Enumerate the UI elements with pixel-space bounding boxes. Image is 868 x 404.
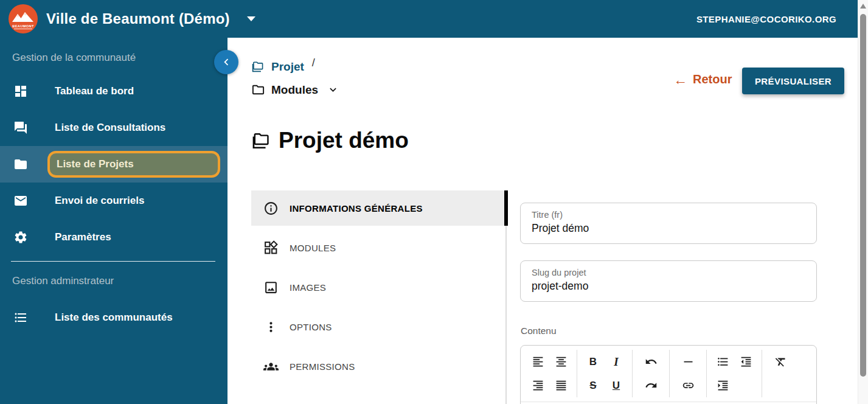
page-title-text: Projet démo (279, 128, 409, 153)
tab-label: OPTIONS (290, 322, 332, 332)
remove-format-icon[interactable] (770, 352, 791, 372)
image-icon (263, 280, 279, 295)
breadcrumb-modules-label: Modules (271, 83, 318, 97)
horizontal-rule-icon[interactable] (678, 352, 698, 372)
slug-field[interactable]: Slug du projet projet-demo (520, 260, 817, 302)
folder-icon (13, 157, 28, 172)
main-content: Projet / Modules ← Retour PRÉVISUALISER … (227, 38, 858, 404)
sidebar-item-envoi-de-courriels[interactable]: Envoi de courriels (0, 183, 227, 219)
tab-label: MODULES (290, 243, 336, 253)
tab-label: PERMISSIONS (290, 361, 355, 372)
beaumont-logo-icon: BEAUMONT (9, 4, 38, 33)
sidebar-item-liste-de-consultations[interactable]: Liste de Consultations (0, 110, 227, 146)
preview-button[interactable]: PRÉVISUALISER (742, 68, 844, 94)
title-fr-value: Projet démo (532, 222, 805, 235)
info-icon (263, 201, 279, 216)
strikethrough-icon[interactable]: S (583, 375, 603, 396)
chevron-down-icon (247, 16, 255, 21)
undo-icon[interactable] (641, 352, 661, 372)
outdent-icon[interactable] (735, 352, 756, 372)
dashboard-icon (13, 84, 28, 99)
sidebar-item-liste-des-communautes[interactable]: Liste des communautés (0, 299, 227, 336)
italic-icon[interactable]: I (606, 352, 627, 372)
logo-text: BEAUMONT (12, 24, 34, 28)
sidebar-section-admin: Gestion adminstrateur (12, 275, 227, 287)
tab-label: INFORMATIONS GÉNÉRALES (290, 203, 423, 214)
widgets-icon (263, 240, 279, 256)
indent-icon[interactable] (712, 375, 733, 396)
list-group (707, 350, 762, 397)
underline-icon[interactable]: U (606, 375, 627, 396)
slug-label: Slug du projet (532, 268, 805, 277)
gear-icon (13, 230, 28, 245)
user-email[interactable]: STEPHANIE@COCORIKO.ORG (696, 0, 836, 38)
clear-group (762, 350, 799, 397)
breadcrumb-separator: / (312, 57, 315, 69)
sidebar-item-parametres[interactable]: Paramètres (0, 219, 227, 256)
folder-outline-icon (251, 83, 265, 97)
sidebar: Gestion de la communauté Tableau de bord… (0, 38, 227, 404)
history-group (633, 350, 670, 397)
tab-informations-generales[interactable]: INFORMATIONS GÉNÉRALES (251, 190, 507, 226)
link-icon[interactable] (678, 375, 698, 396)
tab-options[interactable]: OPTIONS (251, 309, 507, 344)
sidebar-divider (11, 261, 215, 262)
align-justify-icon[interactable] (550, 375, 571, 396)
sidebar-item-label: Envoi de courriels (55, 195, 144, 207)
sidebar-item-label-highlighted: Liste de Projets (47, 151, 220, 178)
sidebar-collapse-button[interactable] (214, 50, 238, 74)
app-window: BEAUMONT Ville de Beaumont (Démo) STEPHA… (0, 0, 868, 404)
tab-label: IMAGES (290, 282, 326, 293)
left-arrow-icon: ← (673, 74, 687, 86)
sidebar-nav-admin: Liste des communautés (0, 299, 227, 336)
back-link[interactable]: ← Retour (673, 72, 732, 86)
tab-images[interactable]: IMAGES (251, 270, 507, 305)
sidebar-item-tableau-de-bord[interactable]: Tableau de bord (0, 73, 227, 110)
folders-icon (251, 130, 272, 151)
mail-icon (13, 193, 28, 208)
people-icon (263, 359, 279, 374)
page-title: Projet démo (251, 128, 409, 153)
tab-permissions[interactable]: PERMISSIONS (251, 349, 507, 384)
chevron-down-icon (327, 83, 339, 96)
sidebar-item-label: Tableau de bord (55, 85, 134, 97)
slug-value: projet-demo (532, 280, 805, 293)
community-switcher[interactable]: BEAUMONT Ville de Beaumont (Démo) (9, 4, 255, 33)
sidebar-item-label: Liste des communautés (55, 312, 173, 324)
text-style-group: B I S U (577, 350, 633, 397)
align-left-icon[interactable] (527, 352, 548, 372)
sidebar-item-label: Paramètres (55, 231, 111, 243)
editor-toolbar: B I S U (521, 346, 816, 402)
title-fr-field[interactable]: Titre (fr) Projet démo (520, 203, 817, 244)
breadcrumb-project-label: Projet (271, 60, 304, 74)
sidebar-section-community: Gestion de la communauté (12, 52, 227, 64)
list-icon (13, 310, 28, 325)
tab-navigation: INFORMATIONS GÉNÉRALES MODULES IMAGES OP… (251, 190, 507, 404)
general-info-form: Titre (fr) Projet démo Slug du projet pr… (520, 203, 817, 404)
insert-group (670, 350, 707, 397)
sidebar-nav: Tableau de bord Liste de Consultations L… (0, 73, 227, 256)
redo-icon[interactable] (641, 375, 661, 396)
scrollbar-up-arrow-icon[interactable] (860, 4, 866, 9)
community-name: Ville de Beaumont (Démo) (46, 10, 230, 27)
sidebar-item-label: Liste de Consultations (55, 122, 165, 134)
align-right-icon[interactable] (527, 375, 548, 396)
sidebar-item-liste-de-projets[interactable]: Liste de Projets (0, 146, 227, 183)
bold-icon[interactable]: B (583, 352, 603, 372)
bulleted-list-icon[interactable] (712, 352, 733, 372)
content-label: Contenu (521, 326, 817, 336)
chat-icon (13, 120, 28, 135)
chevron-left-icon (220, 55, 233, 69)
page-scrollbar[interactable] (858, 0, 868, 404)
back-label: Retour (693, 72, 732, 86)
breadcrumb-modules-dropdown[interactable]: Modules (251, 83, 339, 97)
breadcrumb: Projet / Modules (251, 60, 339, 97)
top-header: BEAUMONT Ville de Beaumont (Démo) STEPHA… (0, 0, 868, 38)
scrollbar-thumb[interactable] (860, 14, 866, 377)
align-group (522, 350, 577, 397)
tab-modules[interactable]: MODULES (251, 230, 507, 265)
folders-icon (251, 60, 265, 74)
breadcrumb-project[interactable]: Projet / (251, 60, 339, 74)
rich-text-editor[interactable]: B I S U (520, 345, 817, 404)
align-center-icon[interactable] (550, 352, 571, 372)
